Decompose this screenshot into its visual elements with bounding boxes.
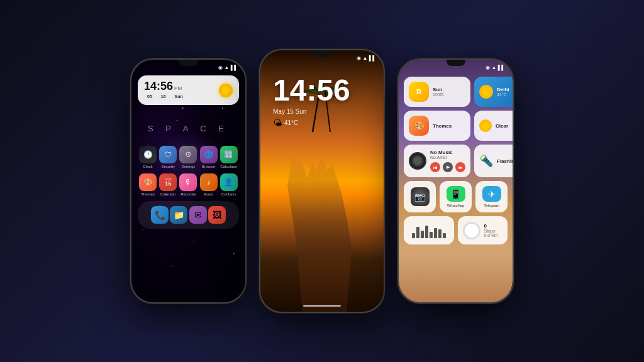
whatsapp-icon: 📱 [447, 186, 465, 202]
themes-icon: 🎨 [139, 173, 157, 191]
phone-1-screen: ◉ ▲ ▌▌ 14:56 PM 05 16 Sun [131, 60, 245, 302]
p3-realme-label: Sun [433, 87, 444, 92]
dock-photos[interactable]: 🖼 [208, 206, 226, 224]
app-calendar[interactable]: SUN 15 Calendar [159, 173, 177, 196]
calendar-icon: SUN 15 [159, 173, 177, 191]
phone-3: ◉ ▲ ▌▌ R Sun 15/05 [397, 58, 514, 304]
eq-bar-2 [416, 227, 419, 238]
dock-phone[interactable]: 📞 [151, 206, 169, 224]
calendar-label: Calendar [160, 192, 175, 196]
clock-icon: 🕐 [139, 146, 157, 163]
telegram-label: Telegram [484, 204, 499, 207]
music-prev-btn[interactable]: ⏮ [430, 162, 440, 172]
p3-realme-sublabel: 15/05 [433, 92, 444, 97]
p3-realme-cell[interactable]: R Sun 15/05 [404, 77, 470, 107]
p1-badge-0: 05 [144, 93, 155, 100]
music-next-btn[interactable]: ⏭ [455, 162, 465, 172]
apps-row-2: 🎨 Themes SUN 15 Calendar 🎙 [131, 173, 245, 196]
clear-sun-icon [479, 119, 492, 132]
browser-icon: 🌐 [200, 146, 218, 163]
p3-apps-row: 📷 📱 WhatsApp ✈ Telegram [399, 181, 513, 212]
phone-3-screen: ◉ ▲ ▌▌ R Sun 15/05 [399, 60, 513, 302]
music-icon: ♪ [200, 173, 218, 191]
app-calculator[interactable]: 🔢 Calculator [220, 146, 238, 168]
p1-badge-2: Sun [172, 93, 186, 100]
status-icons: ◉ ▲ ▌▌ [218, 65, 238, 70]
equalizer-bars [412, 223, 446, 238]
vinyl-icon [409, 152, 426, 170]
eq-bar-8 [443, 233, 446, 238]
p3-weather-cell[interactable]: Delhi 41°C [474, 77, 513, 107]
p2-time-display: 14:56 [273, 75, 350, 106]
app-music[interactable]: ♪ Music [200, 173, 218, 196]
p3-control-grid: R Sun 15/05 Delhi 41°C [399, 73, 513, 181]
status-icons-3: ◉ ▲ ▌▌ [486, 65, 505, 70]
contacts-label: Contacts [221, 192, 236, 196]
phones-container: ◉ ▲ ▌▌ 14:56 PM 05 16 Sun [0, 0, 644, 362]
recorder-icon: 🎙 [179, 173, 197, 191]
phone-2: ◉ ▲ ▌▌ 14:56 May 15 Sun 🌤 41°C [259, 49, 385, 313]
eq-bar-6 [434, 228, 437, 238]
app-recorder[interactable]: 🎙 Recorder [179, 173, 197, 196]
p2-time-block: 14:56 May 15 Sun 🌤 41°C [273, 75, 350, 128]
eq-bar-1 [412, 233, 415, 238]
p3-steps-text: Steps [484, 229, 498, 233]
camera2-icon: 📷 [411, 187, 430, 206]
p3-equalizer-cell[interactable] [404, 216, 454, 244]
p3-flashlight-label: Flashlight [497, 158, 513, 164]
dock-mail[interactable]: ✉ [189, 206, 207, 224]
p2-date: May 15 Sun [273, 108, 350, 115]
music-label: Music [204, 192, 214, 196]
settings-icon: ⚙ [179, 146, 197, 163]
p3-whatsapp-cell[interactable]: 📱 WhatsApp [440, 181, 472, 212]
phone-2-screen: ◉ ▲ ▌▌ 14:56 May 15 Sun 🌤 41°C [260, 50, 384, 312]
flashlight-icon: 🔦 [479, 154, 493, 168]
p3-telegram-cell[interactable]: ✈ Telegram [475, 181, 508, 212]
realme-icon: R [409, 82, 429, 102]
p3-clear-label: Clear [496, 123, 508, 129]
security-label: Security [161, 165, 175, 168]
apps-row-1: 🕐 Clock 🛡 Security ⚙ Settings 🌐 Browser [131, 146, 245, 168]
p3-delhi-temp: 41°C [497, 92, 509, 97]
security-icon: 🛡 [159, 146, 177, 163]
app-settings[interactable]: ⚙ Settings [179, 146, 197, 168]
weather-sun-icon [479, 85, 493, 99]
calculator-icon: 🔢 [220, 146, 238, 163]
contacts-icon: 👤 [220, 173, 238, 191]
eq-bar-3 [421, 231, 424, 238]
p1-time: 14:56 [144, 80, 173, 92]
p2-home-bar [303, 305, 341, 307]
p1-badge-1: 16 [158, 93, 169, 100]
eq-bar-5 [430, 232, 433, 238]
app-contacts[interactable]: 👤 Contacts [220, 173, 238, 196]
app-security[interactable]: 🛡 Security [159, 146, 177, 168]
p3-music-cell[interactable]: No Music No Artist ⏮ ▶ ⏭ [404, 145, 470, 177]
whatsapp-label: WhatsApp [447, 204, 465, 207]
app-clock[interactable]: 🕐 Clock [139, 146, 157, 168]
eq-bar-7 [438, 229, 441, 238]
p2-temp: 41°C [284, 119, 298, 126]
p3-music-label: No Music [430, 150, 465, 155]
p3-delhi-label: Delhi [497, 87, 509, 92]
settings-label: Settings [182, 165, 196, 168]
p1-sun-icon [219, 84, 233, 97]
recorder-label: Recorder [180, 192, 196, 196]
phone-1: ◉ ▲ ▌▌ 14:56 PM 05 16 Sun [130, 58, 247, 304]
dock-files[interactable]: 📁 [170, 206, 187, 224]
clock-label: Clock [143, 165, 153, 168]
p3-camera-cell[interactable]: 📷 [404, 181, 436, 212]
p3-artist-label: No Artist [430, 155, 465, 160]
p2-weather: 🌤 41°C [273, 118, 350, 128]
p3-clear-cell[interactable]: Clear [474, 111, 513, 141]
p3-km-text: 0.0 Km [484, 233, 498, 238]
p3-themes-cell[interactable]: 🎨 Themes [404, 111, 470, 141]
app-browser[interactable]: 🌐 Browser [200, 146, 218, 168]
dock: 📞 📁 ✉ 🖼 [138, 201, 239, 229]
themes-label: Themes [141, 192, 155, 196]
p1-ampm: PM [174, 85, 182, 91]
app-themes[interactable]: 🎨 Themes [139, 173, 157, 196]
status-icons-2: ◉ ▲ ▌▌ [357, 55, 376, 61]
p3-flashlight-cell[interactable]: 🔦 Flashlight [474, 145, 513, 177]
calculator-label: Calculator [220, 165, 237, 168]
music-play-btn[interactable]: ▶ [443, 162, 453, 172]
